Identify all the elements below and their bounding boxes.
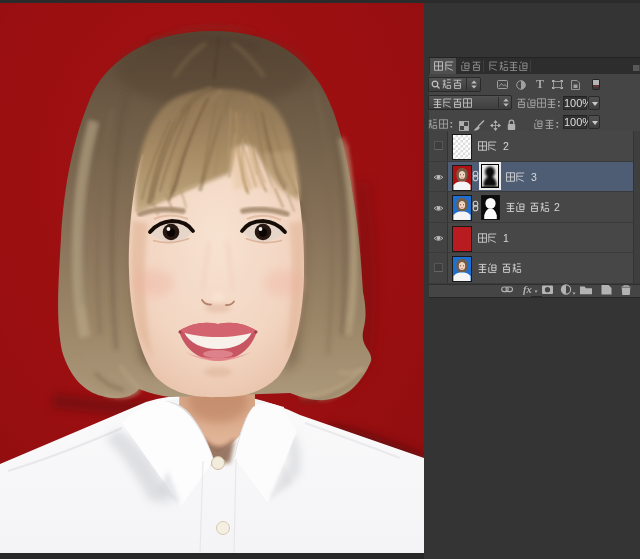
svg-text:fx: fx xyxy=(523,284,532,295)
svg-text:2: 2 xyxy=(554,202,560,212)
svg-text:2: 2 xyxy=(503,141,509,151)
svg-text:1: 1 xyxy=(503,233,509,243)
svg-text:3: 3 xyxy=(531,172,537,182)
